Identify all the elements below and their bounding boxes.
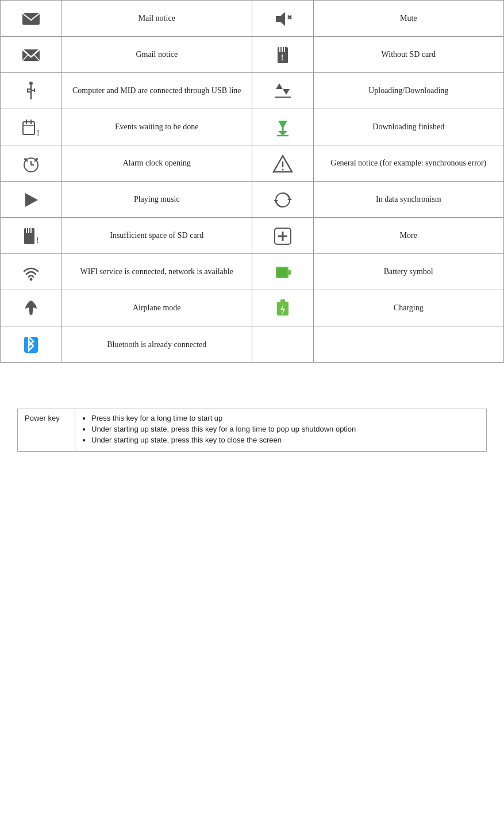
left-label-cell: Gmail notice [61, 37, 252, 73]
svg-point-35 [36, 158, 38, 160]
svg-text:!: ! [280, 53, 283, 62]
svg-point-34 [24, 158, 26, 160]
key-desc-cell: Press this key for a long time to start … [75, 409, 487, 452]
right-icon-cell: ! [252, 37, 313, 73]
svg-point-13 [29, 82, 33, 85]
key-function-table: Power keyPress this key for a long time … [17, 409, 487, 452]
right-icon-cell [252, 290, 313, 326]
svg-rect-20 [23, 122, 34, 134]
table-row: Airplane mode Charging [1, 290, 504, 326]
svg-text:!: ! [37, 129, 40, 137]
left-icon-cell: ! [1, 218, 62, 254]
left-label-cell: Playing music [61, 182, 252, 218]
table-row: Playing music In data synchronism [1, 182, 504, 218]
svg-rect-46 [30, 228, 32, 233]
left-icon-cell [1, 1, 62, 37]
left-label-cell: Insufficient space of SD card [61, 218, 252, 254]
right-label-cell: More [313, 218, 503, 254]
right-icon-cell [252, 254, 313, 290]
left-label-cell: Alarm clock opening [61, 145, 252, 182]
right-icon-cell [252, 182, 313, 218]
right-label-cell: Downloading finished [313, 109, 503, 145]
left-icon-cell [1, 37, 62, 73]
right-label-cell: Charging [313, 290, 503, 326]
left-icon-cell: ! [1, 109, 62, 145]
right-label-cell: Uploading/Downloading [313, 73, 503, 109]
svg-rect-53 [288, 270, 291, 275]
svg-rect-54 [277, 268, 287, 277]
key-desc-item: Under starting up state, press this key … [82, 425, 479, 433]
key-desc-item: Press this key for a long time to start … [82, 414, 479, 422]
left-label-cell: Bluetooth is already connected [61, 326, 252, 363]
left-label-cell: Events waiting to be done [61, 109, 252, 145]
table-row: Gmail notice ! Without SD card [1, 37, 504, 73]
svg-marker-1 [276, 12, 285, 26]
svg-rect-8 [279, 47, 280, 52]
table-row: ! Events waiting to be done Downloading … [1, 109, 504, 145]
table-row: Alarm clock opening General notice (for … [1, 145, 504, 182]
icon-reference-table: Mail notice MuteGmail notice ! Without S… [0, 0, 504, 363]
key-name-cell: Power key [18, 409, 75, 452]
right-icon-cell [252, 109, 313, 145]
right-label-cell: General notice (for example: synchronous… [313, 145, 503, 182]
right-icon-cell [252, 145, 313, 182]
right-icon-cell [252, 73, 313, 109]
table-row: Mail notice Mute [1, 1, 504, 37]
left-label-cell: Mail notice [61, 1, 252, 37]
left-icon-cell [1, 254, 62, 290]
right-label-cell: In data synchronism [313, 182, 503, 218]
svg-marker-18 [276, 83, 283, 89]
svg-marker-39 [25, 193, 38, 207]
svg-rect-10 [284, 47, 285, 52]
svg-rect-44 [26, 228, 27, 233]
left-icon-cell [1, 73, 62, 109]
right-icon-cell [252, 326, 313, 363]
left-label-cell: Computer and MID are connected through U… [61, 73, 252, 109]
table-row: ! Insufficient space of SD card More [1, 218, 504, 254]
right-icon-cell [252, 1, 313, 37]
table-row: Bluetooth is already connected [1, 326, 504, 363]
svg-rect-45 [28, 228, 29, 233]
key-table-row: Power keyPress this key for a long time … [18, 409, 487, 452]
svg-rect-9 [282, 47, 283, 52]
right-label-cell: Battery symbol [313, 254, 503, 290]
svg-marker-42 [274, 200, 278, 202]
svg-rect-56 [280, 299, 285, 302]
table-row: Computer and MID are connected through U… [1, 73, 504, 109]
right-label-cell [313, 326, 503, 363]
right-label-cell: Mute [313, 1, 503, 37]
svg-text:!: ! [36, 236, 39, 245]
section-quick-start: Power keyPress this key for a long time … [0, 380, 504, 457]
key-desc-item: Under starting up state, press this key … [82, 436, 479, 444]
left-icon-cell [1, 326, 62, 363]
left-icon-cell [1, 290, 62, 326]
svg-marker-41 [287, 198, 292, 200]
svg-marker-19 [283, 89, 290, 95]
right-label-cell: Without SD card [313, 37, 503, 73]
left-icon-cell [1, 182, 62, 218]
svg-point-38 [282, 169, 283, 171]
right-icon-cell [252, 218, 313, 254]
left-icon-cell [1, 145, 62, 182]
svg-point-51 [29, 278, 32, 281]
left-label-cell: Airplane mode [61, 290, 252, 326]
svg-rect-14 [28, 89, 31, 92]
left-label-cell: WIFI service is connected, network is av… [61, 254, 252, 290]
table-row: WIFI service is connected, network is av… [1, 254, 504, 290]
